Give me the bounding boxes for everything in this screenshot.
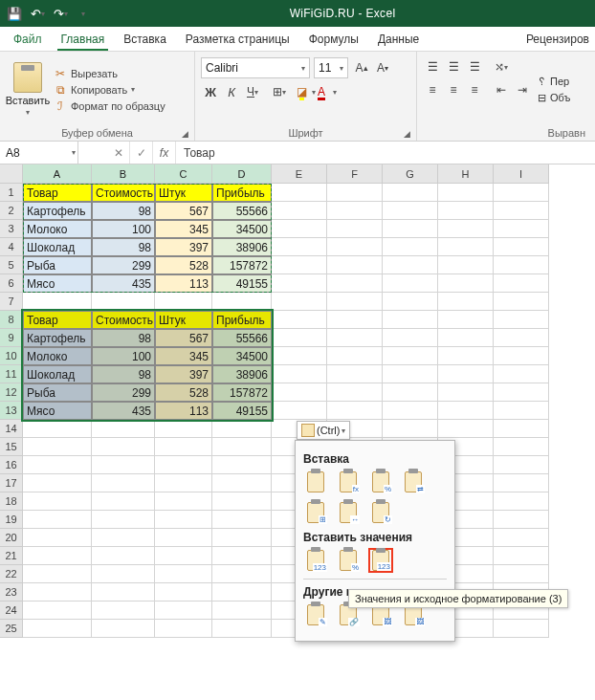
cell[interactable] [438,365,494,383]
cell[interactable] [383,383,438,402]
cell[interactable] [494,293,549,311]
cell[interactable] [438,274,494,293]
cell[interactable] [155,565,212,583]
cell[interactable] [494,329,549,347]
font-launcher-icon[interactable]: ◢ [404,129,410,139]
name-box[interactable]: A8▾ [0,142,78,164]
cell[interactable] [438,220,494,238]
paste-dropdown-icon[interactable]: ▾ [26,108,30,117]
cell[interactable] [494,402,549,420]
cell[interactable] [92,602,155,620]
cell[interactable] [494,565,549,583]
cell[interactable] [23,293,92,311]
cell[interactable] [212,293,272,311]
cell[interactable] [494,238,549,256]
cell[interactable] [23,602,92,620]
cell[interactable] [383,347,438,365]
row-header[interactable]: 10 [0,347,23,365]
cell[interactable] [327,184,383,202]
cell[interactable] [494,529,549,547]
increase-font-icon[interactable]: A▴ [352,58,371,77]
cell[interactable] [23,420,92,438]
col-header[interactable]: E [272,164,327,184]
cell[interactable] [212,529,272,547]
cell[interactable] [438,202,494,220]
format-painter-button[interactable]: ℐФормат по образцу [54,99,165,113]
cell[interactable] [212,474,272,492]
cell[interactable] [438,184,494,202]
accept-formula-icon[interactable]: ✓ [130,142,153,164]
cell[interactable] [23,565,92,583]
paste-button[interactable]: Вставить ▾ [6,54,50,125]
cell[interactable] [23,492,92,511]
italic-button[interactable]: К [222,82,241,101]
row-header[interactable]: 3 [0,220,23,238]
undo-icon[interactable]: ↶▾ [27,3,48,24]
cell[interactable] [383,329,438,347]
spreadsheet-grid[interactable]: ABCDEFGHI1ТоварСтоимостьШтукПрибыль2Карт… [0,164,595,638]
cell[interactable] [494,620,549,638]
cell[interactable] [272,202,327,220]
cell[interactable] [383,420,438,438]
row-header[interactable]: 22 [0,565,23,583]
cell[interactable] [494,474,549,492]
cell[interactable] [272,365,327,383]
cell[interactable] [212,547,272,565]
tab-file[interactable]: Файл [4,27,52,51]
cell[interactable] [438,311,494,329]
cell[interactable] [494,220,549,238]
cell[interactable] [92,583,155,602]
cell[interactable] [155,547,212,565]
cell[interactable] [155,620,212,638]
select-all-corner[interactable] [0,164,23,184]
cell[interactable] [383,274,438,293]
cell[interactable] [155,492,212,511]
align-bottom-icon[interactable]: ☰ [465,57,484,77]
cell[interactable] [92,456,155,474]
cell[interactable] [23,438,92,456]
cell[interactable] [438,293,494,311]
row-header[interactable]: 5 [0,256,23,274]
row-header[interactable]: 21 [0,547,23,565]
cell[interactable] [23,529,92,547]
cell[interactable] [92,565,155,583]
paste-options-button[interactable]: (Ctrl) ▾ [297,421,350,440]
cell[interactable] [155,456,212,474]
cell[interactable] [327,347,383,365]
row-header[interactable]: 7 [0,293,23,311]
cell[interactable] [155,420,212,438]
cell[interactable] [272,347,327,365]
cell[interactable] [383,365,438,383]
cell[interactable] [438,329,494,347]
cell[interactable] [212,620,272,638]
row-header[interactable]: 11 [0,365,23,383]
cell[interactable] [494,420,549,438]
cell[interactable] [155,293,212,311]
cell[interactable] [92,529,155,547]
paste-formulas-number-icon[interactable]: % [368,470,393,494]
row-header[interactable]: 16 [0,456,23,474]
cell[interactable] [494,184,549,202]
row-header[interactable]: 23 [0,583,23,602]
bold-button[interactable]: Ж [201,82,220,101]
cell[interactable] [494,256,549,274]
cell[interactable] [327,311,383,329]
cell[interactable] [212,438,272,456]
wrap-text-button[interactable]: ␦ Пер [538,76,570,88]
cell[interactable] [92,474,155,492]
col-header[interactable]: I [494,164,549,184]
borders-button[interactable]: ⊞▾ [270,82,289,101]
cell[interactable] [155,529,212,547]
clipboard-launcher-icon[interactable]: ◢ [182,129,188,139]
font-name-select[interactable]: Calibri▾ [201,57,310,78]
cell[interactable] [383,256,438,274]
cell[interactable] [383,184,438,202]
cell[interactable] [494,202,549,220]
cell[interactable] [494,365,549,383]
row-header[interactable]: 14 [0,420,23,438]
cell[interactable] [23,511,92,529]
cell[interactable] [494,347,549,365]
align-top-icon[interactable]: ☰ [423,57,442,77]
cell[interactable] [438,347,494,365]
paste-all-icon[interactable] [303,470,328,494]
